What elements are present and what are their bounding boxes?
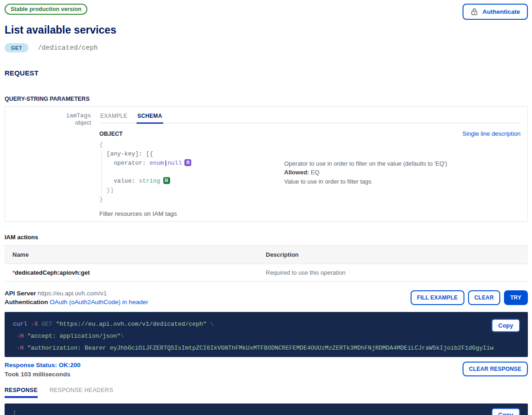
schema-tabs: EXAMPLE SCHEMA: [99, 112, 521, 123]
schema-row-value: value: stringR Value to use in order to …: [99, 177, 521, 186]
response-status-row: Response Status: OK:200 Took 103 millise…: [5, 362, 528, 378]
parameter-name: iamTags: [5, 112, 91, 119]
lock-icon: [470, 8, 478, 16]
single-line-description: Single line description: [463, 130, 521, 137]
column-header-name: Name: [5, 246, 258, 264]
schema-type-label: OBJECT: [99, 131, 123, 137]
column-header-description: Description: [258, 246, 528, 264]
copy-response-button[interactable]: Copy: [492, 408, 521, 415]
query-string-params-title: QUERY-STRING PARAMETERS: [5, 96, 528, 102]
api-server-label: API Server: [5, 290, 36, 297]
top-bar: Stable production version Authenticate: [5, 4, 528, 20]
server-row: API Server https://eu.api.ovh.com/v1 Aut…: [5, 289, 528, 306]
authenticate-label: Authenticate: [482, 8, 520, 15]
server-info: API Server https://eu.api.ovh.com/v1 Aut…: [5, 289, 148, 306]
required-badge: R: [184, 159, 191, 166]
version-badge: Stable production version: [5, 4, 87, 15]
value-description: Value to use in order to filter tags: [284, 177, 521, 186]
required-badge: R: [163, 177, 170, 184]
operator-type-enum: enum: [149, 160, 164, 167]
authentication-link[interactable]: OAuth (oAuth2AuthCode) in header: [50, 299, 148, 305]
clear-button[interactable]: CLEAR: [468, 290, 500, 305]
api-console-page: Stable production version Authenticate L…: [0, 0, 532, 415]
parameter-content: EXAMPLE SCHEMA OBJECT Single line descri…: [96, 112, 521, 217]
value-key: value:: [99, 178, 139, 184]
curl-code-block: curl -X GET "https://eu.api.ovh.com/v1/d…: [5, 312, 528, 357]
authenticate-button[interactable]: Authenticate: [463, 4, 528, 20]
clear-response-button[interactable]: CLEAR RESPONSE: [463, 362, 528, 376]
allowed-value: EQ: [309, 169, 319, 176]
response-status: Response Status: OK:200: [5, 362, 80, 369]
endpoint-path: /dedicated/ceph: [38, 44, 98, 52]
tab-schema[interactable]: SCHEMA: [137, 112, 163, 124]
request-action-buttons: FILL EXAMPLE CLEAR TRY: [411, 290, 528, 305]
schema-line-close: }: [99, 195, 521, 204]
operator-type-null: null: [167, 160, 182, 167]
parameter-label: iamTags object: [5, 112, 96, 217]
schema-row-operator: operator: enum|nullR Operator to use in …: [99, 159, 521, 177]
fill-example-button[interactable]: FILL EXAMPLE: [411, 290, 464, 305]
api-server-url: https://eu.api.ovh.com/v1: [38, 290, 107, 297]
copy-request-button[interactable]: Copy: [492, 319, 521, 332]
operator-key: operator:: [99, 160, 149, 167]
iam-actions-table: Name Description *dedicatedCeph:apiovh:g…: [5, 245, 528, 282]
curl-code: curl -X GET "https://eu.api.ovh.com/v1/d…: [13, 318, 528, 354]
http-method-badge: GET: [5, 43, 29, 52]
tab-example[interactable]: EXAMPLE: [99, 112, 128, 123]
operator-description: Operator to use in order to filter on th…: [284, 159, 521, 177]
schema-code: { [any-key]: [{ operator: enum|nullR Ope…: [99, 140, 521, 204]
response-tabs: RESPONSE RESPONSE HEADERS: [5, 387, 528, 398]
schema-header: OBJECT Single line description: [99, 130, 521, 137]
response-time: Took 103 milliseconds: [5, 371, 80, 378]
page-title: List available services: [5, 24, 528, 36]
tab-response-headers[interactable]: RESPONSE HEADERS: [50, 387, 113, 398]
table-header-row: Name Description: [5, 246, 528, 264]
parameter-description: Filter resources on IAM tags: [99, 210, 521, 217]
iam-action-description: Required to use this operation: [258, 264, 528, 282]
response-code-block: [ "c79b007e-a518-4379-88d8-c60fc28ab5bf"…: [5, 403, 528, 415]
iam-actions-title: IAM actions: [5, 234, 528, 241]
authentication-label: Authentication: [5, 299, 48, 305]
endpoint-row: GET /dedicated/ceph: [5, 43, 528, 52]
iamtags-parameter-panel: iamTags object EXAMPLE SCHEMA OBJECT Sin…: [5, 106, 528, 222]
table-row: *dedicatedCeph:apiovh:get Required to us…: [5, 264, 528, 282]
tab-response[interactable]: RESPONSE: [5, 387, 38, 398]
schema-line-close-inner: }]: [99, 186, 521, 195]
schema-line-anykey: [any-key]: [{: [99, 150, 521, 159]
request-section-title: REQUEST: [5, 69, 528, 77]
allowed-label: Allowed:: [284, 169, 309, 176]
iam-action-name: dedicatedCeph:apiovh:get: [15, 269, 90, 276]
schema-line-open: {: [99, 140, 521, 150]
value-type-string: string: [139, 178, 160, 184]
parameter-type: object: [5, 119, 91, 126]
try-button[interactable]: TRY: [504, 290, 528, 305]
response-body: [ "c79b007e-a518-4379-88d8-c60fc28ab5bf"…: [13, 408, 528, 415]
